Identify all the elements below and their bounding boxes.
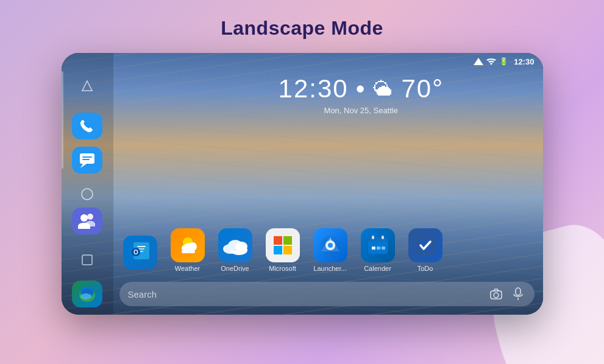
outlook-app[interactable]: O [119, 236, 161, 272]
microsoft-app[interactable]: Microsoft [262, 228, 304, 272]
launcher-icon [313, 228, 347, 262]
camera-search-button[interactable] [488, 286, 504, 302]
calendar-icon [361, 228, 395, 262]
svg-rect-41 [372, 236, 374, 239]
page-title: Landscape Mode [221, 17, 383, 40]
home-button[interactable] [77, 186, 97, 203]
svg-text:O: O [133, 249, 138, 256]
back-button[interactable] [77, 77, 97, 94]
clock-widget: 12:30 • 🌥 70° Mon, Nov 25, Seattle [279, 74, 444, 115]
weather-cloud-icon: 🌥 [373, 78, 394, 100]
teams-icon [77, 212, 98, 230]
phone-icon [78, 117, 96, 135]
clock-status: 12:30 [514, 57, 534, 66]
edge-app-icon[interactable] [72, 281, 102, 307]
status-icons: 🔋 12:30 [474, 57, 534, 66]
weather-icon [171, 228, 205, 262]
signal-icon [474, 58, 483, 65]
app-grid: O Weather [119, 228, 535, 272]
search-bar[interactable]: Search [119, 282, 535, 306]
onedrive-icon [218, 228, 252, 262]
svg-point-49 [494, 293, 499, 298]
svg-point-36 [328, 243, 333, 248]
search-placeholder: Search [128, 289, 482, 299]
svg-marker-2 [82, 81, 92, 91]
svg-rect-32 [274, 246, 282, 254]
svg-rect-3 [80, 153, 94, 164]
svg-rect-30 [274, 236, 282, 245]
svg-rect-50 [516, 288, 521, 295]
svg-rect-5 [82, 156, 92, 158]
svg-rect-6 [82, 159, 90, 160]
svg-rect-31 [283, 236, 292, 245]
svg-rect-16 [137, 246, 146, 247]
wifi-icon [486, 58, 496, 65]
temperature-text: 70° [401, 74, 444, 103]
svg-marker-4 [80, 164, 87, 168]
calendar-label: Calender [364, 265, 391, 272]
battery-icon: 🔋 [499, 57, 508, 66]
voice-search-button[interactable] [510, 286, 526, 302]
svg-point-29 [235, 242, 247, 251]
phone-frame: 🔋 12:30 [62, 53, 543, 315]
left-sidebar [62, 53, 113, 315]
clock-date: Mon, Nov 25, Seattle [279, 106, 444, 115]
edge-icon [76, 283, 98, 305]
svg-point-8 [87, 214, 93, 220]
svg-rect-25 [182, 250, 195, 253]
calendar-app[interactable]: Calender [357, 228, 399, 272]
svg-rect-44 [377, 247, 380, 250]
svg-rect-10 [82, 255, 92, 265]
microsoft-label: Microsoft [269, 265, 296, 272]
status-bar: 🔋 12:30 [62, 53, 543, 70]
onedrive-label: OneDrive [221, 265, 249, 272]
svg-marker-1 [475, 58, 482, 64]
launcher-label: Launcher... [313, 265, 346, 272]
messages-icon [78, 152, 96, 169]
weather-app[interactable]: Weather [167, 228, 208, 272]
svg-point-7 [82, 189, 93, 200]
recents-button[interactable] [77, 251, 97, 268]
outlook-icon: O [123, 236, 157, 270]
todo-icon [408, 228, 442, 262]
onedrive-app[interactable]: OneDrive [215, 228, 256, 272]
messages-app-icon[interactable] [72, 147, 102, 173]
main-content: 12:30 • 🌥 70° Mon, Nov 25, Seattle [113, 53, 543, 315]
svg-rect-45 [382, 247, 385, 250]
svg-point-9 [80, 214, 88, 222]
svg-rect-43 [372, 247, 375, 250]
clock-display: 12:30 • 🌥 70° [279, 74, 444, 103]
microsoft-icon [266, 228, 300, 262]
weather-label: Weather [175, 265, 200, 272]
teams-app-icon[interactable] [72, 208, 102, 234]
sidebar-divider [62, 71, 63, 169]
svg-point-13 [80, 293, 91, 299]
svg-rect-33 [283, 246, 292, 254]
svg-rect-42 [382, 236, 384, 239]
phone-app-icon[interactable] [72, 113, 102, 139]
launcher-app[interactable]: Launcher... [310, 228, 351, 272]
todo-label: ToDo [417, 265, 433, 272]
clock-time-text: 12:30 [279, 74, 349, 103]
clock-separator: • [356, 74, 366, 103]
todo-app[interactable]: ToDo [405, 228, 446, 272]
svg-rect-40 [368, 242, 388, 244]
